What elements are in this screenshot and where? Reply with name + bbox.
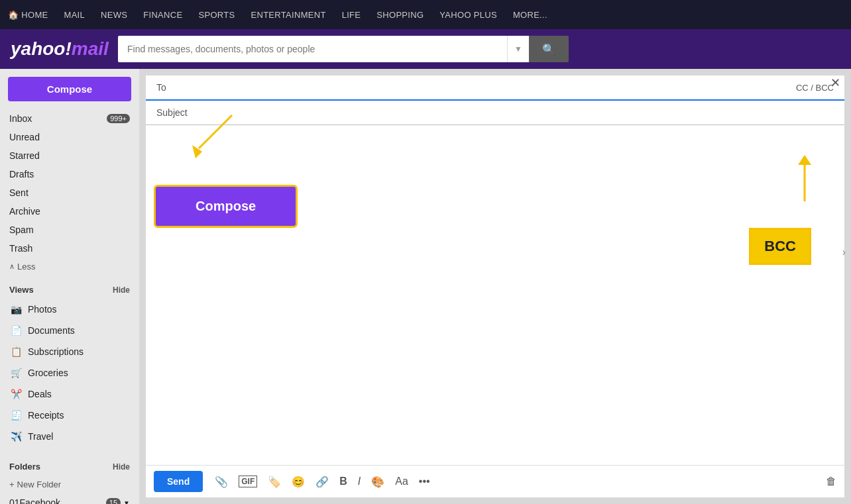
groceries-icon: 🛒 — [9, 366, 23, 379]
sidebar-drafts-label: Drafts — [9, 169, 130, 179]
more-options-button[interactable]: ••• — [415, 473, 434, 490]
sidebar-item-archive[interactable]: Archive — [0, 202, 139, 221]
logo: yahoo!mail — [11, 38, 110, 60]
delete-compose-button[interactable]: 🗑 — [826, 476, 836, 487]
close-compose-button[interactable]: ✕ — [830, 76, 840, 90]
color-button[interactable]: 🎨 — [367, 473, 388, 491]
nav-mail[interactable]: MAIL — [64, 10, 85, 20]
folder-dropdown-icon: ▼ — [123, 499, 130, 505]
sidebar-item-sent[interactable]: Sent — [0, 183, 139, 202]
compose-toolbar: Send 📎 GIF 🏷️ 😊 🔗 B I 🎨 — [146, 465, 844, 497]
sidebar-scroll: Inbox 999+ Unread Starred Drafts Sent Ar… — [0, 109, 139, 504]
more-options-icon: ••• — [419, 476, 430, 487]
views-hide-button[interactable]: Hide — [113, 285, 130, 295]
nav-yahoo-plus[interactable]: YAHOO PLUS — [439, 10, 497, 20]
trash-icon: 🗑 — [826, 476, 836, 487]
attach-icon: 📎 — [215, 476, 228, 488]
groceries-label: Groceries — [28, 368, 130, 378]
subject-input[interactable] — [196, 105, 834, 121]
emoji-icon: 😊 — [292, 476, 305, 488]
views-label: Views — [9, 285, 34, 295]
folders-label: Folders — [9, 462, 40, 472]
search-input[interactable] — [118, 36, 507, 62]
new-folder-label: New Folder — [17, 479, 61, 489]
sidebar-item-drafts[interactable]: Drafts — [0, 165, 139, 183]
bold-icon: B — [339, 476, 347, 487]
home-icon: 🏠 — [8, 10, 19, 20]
plus-icon: + — [9, 479, 15, 489]
chevron-down-icon: ▼ — [514, 44, 522, 54]
top-navigation: 🏠 HOME MAIL NEWS FINANCE SPORTS ENTERTAI… — [0, 0, 851, 29]
sidebar-item-travel[interactable]: ✈️ Travel — [0, 426, 139, 447]
bold-button[interactable]: B — [335, 473, 351, 490]
inbox-badge: 999+ — [107, 114, 130, 123]
send-button[interactable]: Send — [154, 471, 203, 492]
nav-entertainment[interactable]: ENTERTAINMENT — [251, 10, 325, 20]
folder-01facebook-label: 01Facebook — [9, 497, 106, 504]
subscriptions-label: Subscriptions — [28, 346, 130, 357]
subscriptions-icon: 📋 — [9, 345, 23, 358]
nav-sports[interactable]: SPORTS — [198, 10, 235, 20]
font-button[interactable]: Aa — [391, 473, 412, 490]
attach-button[interactable]: 📎 — [211, 473, 232, 491]
sidebar-item-deals[interactable]: ✂️ Deals — [0, 383, 139, 405]
receipts-icon: 🧾 — [9, 409, 23, 422]
search-icon: 🔍 — [542, 43, 555, 56]
less-label: Less — [17, 262, 35, 272]
to-input[interactable] — [196, 79, 796, 95]
deals-icon: ✂️ — [9, 387, 23, 401]
nav-finance[interactable]: FINANCE — [143, 10, 182, 20]
link-button[interactable]: 🔗 — [312, 473, 333, 491]
cc-bcc-button[interactable]: CC / BCC — [796, 83, 834, 93]
svg-marker-3 — [798, 155, 811, 165]
search-container: ▼ 🔍 — [118, 36, 569, 62]
italic-button[interactable]: I — [354, 473, 365, 490]
sidebar-archive-label: Archive — [9, 206, 130, 217]
subject-field-row: Subject — [146, 101, 844, 125]
sidebar-item-receipts[interactable]: 🧾 Receipts — [0, 405, 139, 426]
receipts-label: Receipts — [28, 410, 130, 421]
new-folder-button[interactable]: + New Folder — [0, 476, 139, 493]
emoji-button[interactable]: 😊 — [288, 473, 309, 491]
views-header: Views Hide — [0, 281, 139, 299]
main-layout: Compose Inbox 999+ Unread Starred Drafts… — [0, 69, 851, 504]
nav-more[interactable]: MORE... — [513, 10, 547, 20]
nav-shopping-label: SHOPPING — [376, 10, 424, 20]
sidebar-spam-label: Spam — [9, 225, 130, 235]
sidebar-item-01facebook[interactable]: 01Facebook 15 ▼ — [0, 493, 139, 504]
nav-yahoo-plus-label: YAHOO PLUS — [439, 10, 497, 20]
link-icon: 🔗 — [315, 476, 329, 488]
search-button[interactable]: 🔍 — [529, 36, 569, 62]
nav-more-label: MORE... — [513, 10, 547, 20]
sidebar-item-inbox[interactable]: Inbox 999+ — [0, 109, 139, 128]
sidebar-item-photos[interactable]: 📷 Photos — [0, 299, 139, 320]
gif-button[interactable]: GIF — [235, 473, 261, 490]
compose-button[interactable]: Compose — [8, 77, 131, 101]
sidebar-less-toggle[interactable]: ∧ Less — [0, 258, 139, 276]
right-panel-toggle[interactable]: › — [842, 246, 846, 258]
documents-icon: 📄 — [9, 324, 23, 337]
nav-mail-label: MAIL — [64, 10, 85, 20]
gif-icon: GIF — [239, 476, 257, 487]
nav-home[interactable]: 🏠 HOME — [8, 10, 48, 20]
nav-shopping[interactable]: SHOPPING — [376, 10, 424, 20]
sidebar-sent-label: Sent — [9, 187, 130, 198]
sidebar-item-trash[interactable]: Trash — [0, 239, 139, 258]
folder-01facebook-badge: 15 — [106, 498, 121, 504]
sidebar-item-spam[interactable]: Spam — [0, 221, 139, 239]
sticker-icon: 🏷️ — [268, 476, 281, 488]
sidebar-trash-label: Trash — [9, 243, 130, 254]
compose-body[interactable] — [146, 125, 844, 465]
sticker-button[interactable]: 🏷️ — [264, 473, 285, 491]
nav-news[interactable]: NEWS — [101, 10, 127, 20]
folders-hide-button[interactable]: Hide — [113, 462, 130, 472]
sidebar-item-unread[interactable]: Unread — [0, 128, 139, 146]
sidebar-item-groceries[interactable]: 🛒 Groceries — [0, 362, 139, 383]
nav-life[interactable]: LIFE — [342, 10, 361, 20]
font-icon: Aa — [395, 476, 408, 487]
search-dropdown-button[interactable]: ▼ — [507, 36, 529, 62]
sidebar-item-starred[interactable]: Starred — [0, 146, 139, 165]
header: yahoo!mail ▼ 🔍 — [0, 29, 851, 69]
sidebar-item-subscriptions[interactable]: 📋 Subscriptions — [0, 341, 139, 362]
sidebar-item-documents[interactable]: 📄 Documents — [0, 320, 139, 341]
